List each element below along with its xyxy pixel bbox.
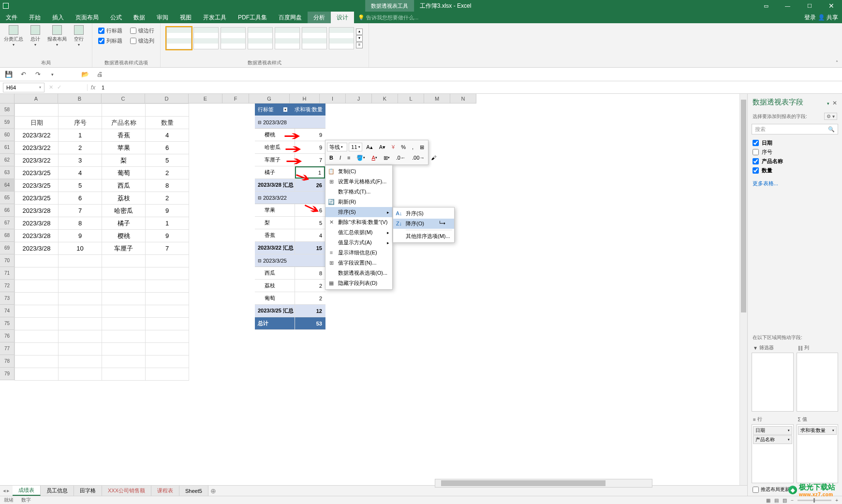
ctx-copy[interactable]: 📋复制(C)	[325, 166, 392, 177]
style-thumb[interactable]	[275, 27, 300, 49]
data-cell[interactable]: 2023/3/28	[15, 230, 59, 242]
ctx-sort[interactable]: 排序(S)	[325, 207, 392, 217]
data-cell[interactable]: 5	[146, 154, 189, 167]
field-chip[interactable]: 产品名称▾	[753, 435, 792, 444]
data-cell[interactable]: 9	[146, 230, 189, 242]
rows-drop-area[interactable]: 日期▾产品名称▾	[752, 424, 794, 483]
ctx-hide-field-list[interactable]: ▦隐藏字段列表(D)	[325, 278, 392, 288]
sheet-tab[interactable]: XXX公司销售额	[102, 486, 151, 496]
tab-design[interactable]: 设计	[331, 12, 354, 23]
data-cell[interactable]: 2023/3/22	[15, 142, 59, 154]
align-icon[interactable]: ≡	[345, 153, 353, 162]
view-normal-icon[interactable]: ▦	[766, 498, 770, 503]
field-item[interactable]: 产品名称	[753, 157, 837, 166]
accounting-format-icon[interactable]: ¥	[389, 143, 397, 151]
add-sheet-button[interactable]: ⊕	[208, 487, 218, 495]
data-cell[interactable]: 2023/3/25	[15, 167, 59, 179]
col-header[interactable]: I	[320, 94, 346, 104]
data-cell[interactable]: 车厘子	[102, 242, 146, 255]
row-header[interactable]: 62	[0, 154, 15, 166]
style-thumb[interactable]	[248, 27, 273, 49]
sort-asc[interactable]: A↓升序(S)	[393, 208, 454, 219]
data-cell[interactable]: 2023/3/28	[15, 205, 59, 217]
defer-checkbox[interactable]	[753, 487, 759, 493]
pivot-data-row[interactable]: 香蕉4	[255, 229, 325, 242]
style-thumb[interactable]	[166, 27, 192, 49]
row-header[interactable]: 74	[0, 305, 15, 317]
blank-rows-button[interactable]: 空行▾	[70, 25, 88, 47]
ribbon-display-options-icon[interactable]: ▭	[755, 0, 777, 12]
sort-desc[interactable]: Z↓降序(O) ⮡	[393, 219, 454, 229]
data-cell[interactable]: 苹果	[102, 142, 146, 154]
report-layout-button[interactable]: 报表布局▾	[47, 25, 67, 47]
sheet-tab[interactable]: 课程表	[151, 486, 179, 496]
banded-cols-checkbox[interactable]: 镶边列	[130, 37, 154, 44]
qat-customize-icon[interactable]: ▾	[47, 70, 57, 79]
tab-page-layout[interactable]: 页面布局	[70, 12, 104, 23]
data-cell[interactable]: 葡萄	[102, 167, 146, 179]
data-cell[interactable]: 樱桃	[102, 230, 146, 242]
pivot-subtotal-row[interactable]: 2023/3/28 汇总26	[255, 179, 325, 192]
row-header[interactable]: 59	[0, 116, 15, 129]
tell-me-search[interactable]: 💡 告诉我您想要做什么...	[358, 14, 418, 21]
col-header[interactable]: N	[450, 94, 476, 104]
ctx-pivot-options[interactable]: 数据透视表选项(O)...	[325, 268, 392, 278]
data-header-cell[interactable]: 产品名称	[102, 117, 146, 129]
pivot-data-row[interactable]: 车厘子7	[255, 154, 325, 166]
data-cell[interactable]: 2	[146, 167, 189, 179]
minimize-button[interactable]: —	[777, 0, 798, 12]
sheet-tab[interactable]: 员工信息	[41, 486, 74, 496]
pivot-data-row[interactable]: 樱桃9	[255, 129, 325, 141]
col-header[interactable]: J	[346, 94, 372, 104]
data-cell[interactable]: 1	[59, 129, 102, 142]
data-cell[interactable]: 3	[59, 154, 102, 167]
data-cell[interactable]: 2	[59, 142, 102, 154]
style-thumb[interactable]	[193, 27, 219, 49]
pivot-subtotal-row[interactable]: 2023/3/25 汇总12	[255, 305, 325, 317]
data-cell[interactable]: 8	[59, 217, 102, 230]
ctx-show-details[interactable]: ≡显示详细信息(E)	[325, 248, 392, 258]
data-cell[interactable]: 2023/3/22	[15, 129, 59, 142]
fx-icon[interactable]: fx	[87, 84, 99, 91]
col-header[interactable]: D	[145, 94, 189, 104]
ctx-show-as[interactable]: 值显示方式(A)	[325, 237, 392, 248]
sheet-nav-first-icon[interactable]: ◂	[3, 488, 6, 494]
tab-home[interactable]: 开始	[23, 12, 46, 23]
pivot-data-row[interactable]: 哈密瓜9	[255, 141, 325, 154]
data-cell[interactable]: 橘子	[102, 217, 146, 230]
col-headers-checkbox[interactable]: 列标题	[98, 37, 122, 44]
pivot-grand-total-row[interactable]: 总计53	[255, 317, 325, 330]
data-cell[interactable]: 4	[146, 129, 189, 142]
row-headers-checkbox[interactable]: 行标题	[98, 27, 122, 34]
data-cell[interactable]: 哈密瓜	[102, 205, 146, 217]
sheet-nav-last-icon[interactable]: ▸	[7, 488, 10, 494]
ctx-refresh[interactable]: 🔄刷新(R)	[325, 197, 392, 207]
tab-formulas[interactable]: 公式	[104, 12, 128, 23]
row-header[interactable]: 67	[0, 217, 15, 229]
col-header[interactable]: K	[372, 94, 398, 104]
pivot-table[interactable]: 行标签▾求和项:数量⊟2023/3/28樱桃9哈密瓜9车厘子7橘子12023/3…	[255, 104, 325, 330]
col-header[interactable]: A	[15, 94, 58, 104]
ctx-summarize[interactable]: 值汇总依据(M)	[325, 227, 392, 237]
tab-insert[interactable]: 插入	[46, 12, 70, 23]
data-cell[interactable]: 7	[146, 242, 189, 255]
bold-icon[interactable]: B	[327, 153, 336, 162]
pivot-row-label-header[interactable]: 行标签▾	[255, 106, 290, 113]
field-item[interactable]: 序号	[753, 148, 837, 157]
sheet-tab[interactable]: Sheet5	[179, 486, 208, 496]
row-header[interactable]: 65	[0, 192, 15, 204]
data-cell[interactable]: 7	[59, 205, 102, 217]
font-size-combo[interactable]: 11 ▾	[349, 143, 362, 151]
row-header[interactable]: 61	[0, 141, 15, 154]
data-cell[interactable]: 2023/3/28	[15, 242, 59, 255]
fill-color-icon[interactable]: 🪣▾	[354, 153, 368, 162]
zoom-slider[interactable]	[798, 500, 831, 501]
font-combo[interactable]: 等线 ▾	[327, 143, 347, 151]
sheet-tab[interactable]: 田字格	[74, 486, 102, 496]
row-header[interactable]: 60	[0, 129, 15, 141]
col-header[interactable]: L	[398, 94, 424, 104]
data-header-cell[interactable]: 日期	[15, 117, 59, 129]
share-button[interactable]: 👤 共享	[818, 14, 838, 22]
scroll-thumb[interactable]	[741, 100, 746, 312]
field-chip[interactable]: 日期▾	[753, 426, 792, 435]
